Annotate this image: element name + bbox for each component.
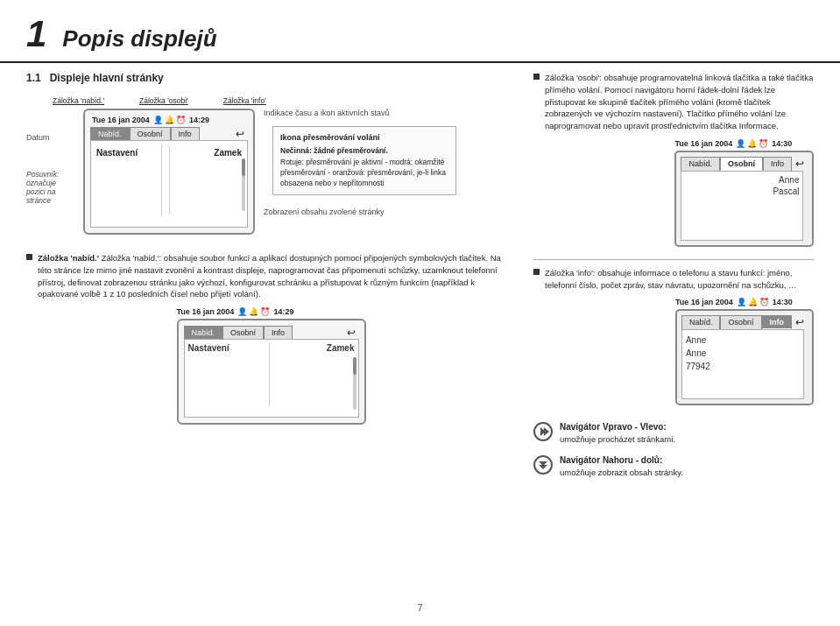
left-column: 1.1 Displeje hlavní stránky Záložka 'nab… (26, 72, 516, 478)
nav-down-icon (533, 455, 553, 475)
right-time1: 14:30 (772, 139, 792, 148)
bottom-nav-icon: ↩ (343, 326, 359, 339)
bullet-icon (26, 254, 32, 260)
zobrazeni-label: Zobrazení obsahu zvolené stránky (264, 207, 456, 216)
right-phone-mockup-bot: Nabíd. Osobní Info ↩ Anne Anne 77942 (675, 309, 814, 405)
right-bot-tabs: Nabíd. Osobní Info ↩ (681, 315, 808, 329)
tab-nabid[interactable]: Nabíd. (90, 127, 130, 140)
section-title: Displeje hlavní stránky (50, 72, 164, 84)
bottom-bell-icon: 🔔 (249, 307, 258, 316)
right-clock-icon: ⏰ (759, 139, 768, 148)
info-bullet: Záložka 'info': obsahuje informace o tel… (533, 267, 814, 292)
main-content: 1.1 Displeje hlavní stránky Záložka 'nab… (0, 72, 840, 478)
right-phone-mockup-top: Nabíd. Osobní Info ↩ Anne Pascal (674, 151, 814, 247)
screen-divider (169, 146, 170, 215)
screen-content: Nastavení Zamek (91, 141, 247, 220)
zalozka-nabid-label: Záložka 'nabíd.' (53, 96, 104, 105)
bottom-date: Tue 16 jan 2004 (177, 307, 235, 316)
bottom-tab-nabid[interactable]: Nabíd. (184, 326, 223, 339)
right-column: Záložka 'osobi': obsahuje programovateln… (533, 72, 814, 478)
pascal-label: Pascal (685, 186, 799, 196)
right-phone-area-top: Tue 16 jan 2004 👤 🔔 ⏰ 14:30 Nabíd. Osobn… (533, 139, 814, 252)
bottom-phone-mockup: Nabíd. Osobní Info ↩ Nastavení Zamek (177, 319, 366, 425)
nabid-bullet-text: Záložka 'nabíd.' Záložka 'nabíd.': obsah… (38, 252, 516, 300)
phone-nav-icon: ↩ (232, 127, 248, 140)
bottom-zamek: Zamek (277, 343, 355, 406)
svg-marker-1 (544, 427, 549, 436)
date-display: Tue 16 jan 2004 (92, 116, 150, 124)
tab-info[interactable]: Info (171, 127, 200, 140)
info-bullet-text: Záložka 'info': obsahuje informace o tel… (545, 267, 814, 292)
nav-down-desc: umožňuje zobrazit obsah stránky. (560, 467, 683, 478)
bottom-phone-area: Tue 16 jan 2004 👤 🔔 ⏰ 14:29 Nabíd (177, 307, 366, 430)
right-top-tabs: Nabíd. Osobní Info ↩ (681, 157, 808, 171)
posuvnik-label: Posuvník: označuje pozici na stránce (26, 170, 74, 205)
indikace-label: Indikace času a ikon aktivních stavů (264, 109, 456, 117)
time-display: 14:29 (189, 116, 209, 124)
phone-screen-main: Nastavení Zamek (90, 140, 248, 228)
bottom-person-icon: 👤 (237, 307, 247, 316)
bottom-clock-icon: ⏰ (260, 307, 270, 316)
right-nav-icon: ↩ (792, 157, 808, 171)
scrollbar-thumb (242, 158, 245, 176)
person-icon: 👤 (153, 116, 163, 124)
ikona-annotation: Ikona přesměrování volání Nečinná: žádné… (272, 126, 456, 195)
right-screen-bot: Anne Anne 77942 (681, 329, 804, 399)
bottom-tabs: Nabíd. Osobní Info ↩ (184, 326, 359, 339)
phone-mockup-main: Tue 16 jan 2004 👤 🔔 ⏰ 14:29 Nabíd. Oso (83, 109, 255, 235)
right2-tab-osobni[interactable]: Osobní (720, 315, 761, 329)
navigator-section: Navigátor Vpravo - Vlevo: umožňuje proch… (533, 421, 814, 478)
zalozka-info-label: Záložka 'info' (223, 96, 266, 105)
nabid-bullet: Záložka 'nabíd.' Záložka 'nabíd.': obsah… (26, 252, 516, 300)
tab-osobni[interactable]: Osobní (130, 127, 171, 140)
info-bullet-icon (533, 269, 540, 275)
right2-tab-info[interactable]: Info (762, 315, 793, 329)
bottom-tab-osobni[interactable]: Osobní (222, 326, 264, 339)
right-tab-osobni[interactable]: Osobní (720, 157, 763, 171)
svg-marker-3 (539, 465, 547, 469)
right-date2: Tue 16 jan 2004 (675, 298, 733, 306)
osobi-bullet-icon (533, 74, 540, 80)
bell-icon: 🔔 (165, 116, 174, 124)
scrollbar (242, 158, 245, 211)
chapter-title: Popis displejů (62, 25, 216, 53)
right-tab-nabid[interactable]: Nabíd. (681, 157, 720, 171)
right-date1: Tue 16 jan 2004 (674, 139, 732, 148)
nav-down-item: Navigátor Nahoru - dolů: umožňuje zobraz… (533, 454, 814, 478)
right-time2: 14:30 (773, 298, 793, 306)
bottom-tab-info[interactable]: Info (264, 326, 293, 339)
page-number: 7 (417, 602, 422, 613)
right2-nav-icon: ↩ (792, 315, 808, 329)
status-icons: 👤 🔔 ⏰ (153, 116, 186, 124)
zamek-area: Zamek (177, 144, 244, 216)
nav-right-label: Navigátor Vpravo - Vlevo: (560, 421, 675, 433)
right-phone-top: Tue 16 jan 2004 👤 🔔 ⏰ 14:30 Nabíd. Osobn… (674, 139, 814, 252)
right-screen-top: Anne Pascal (681, 171, 803, 241)
section-header: 1.1 Displeje hlavní stránky (26, 72, 516, 84)
nav-down-label: Navigátor Nahoru - dolů: (560, 454, 683, 467)
anne-label: Anne (685, 175, 799, 186)
bottom-left: Záložka 'nabíd.' Záložka 'nabíd.': obsah… (26, 252, 516, 430)
phone-diagram: Tue 16 jan 2004 👤 🔔 ⏰ 14:29 Nabíd. Oso (83, 109, 255, 240)
right2-tab-nabid[interactable]: Nabíd. (681, 315, 721, 329)
datum-label: Datum (26, 133, 74, 142)
zalozka-osobi-label: Záložka 'osobi' (139, 96, 188, 105)
bottom-scrollbar-thumb (353, 357, 356, 375)
anne-number-label: Anne Anne 77942 (686, 334, 800, 373)
right2-clock-icon: ⏰ (759, 298, 769, 306)
divider-right (533, 259, 814, 260)
nav-right-desc: umožňuje procházet stránkami. (560, 433, 675, 445)
clock-icon: ⏰ (176, 116, 186, 124)
nastaveni-area: Nastavení (95, 144, 162, 216)
bottom-phone-screen: Nastavení Zamek (184, 339, 359, 418)
bottom-scrollbar (353, 357, 356, 410)
bottom-status-icons: 👤 🔔 ⏰ (237, 307, 270, 316)
right-person-icon: 👤 (736, 139, 745, 148)
nav-right-icon (533, 422, 553, 441)
page-header: 1 Popis displejů (0, 0, 840, 63)
right-bell-icon: 🔔 (747, 139, 757, 148)
right-phone-bottom: Tue 16 jan 2004 👤 🔔 ⏰ 14:30 Nabíd. Osobn… (675, 298, 814, 411)
right-tab-info[interactable]: Info (763, 157, 792, 171)
tabs-row: Nabíd. Osobní Info ↩ (90, 127, 248, 140)
bottom-nastaveni: Nastavení (188, 343, 271, 406)
